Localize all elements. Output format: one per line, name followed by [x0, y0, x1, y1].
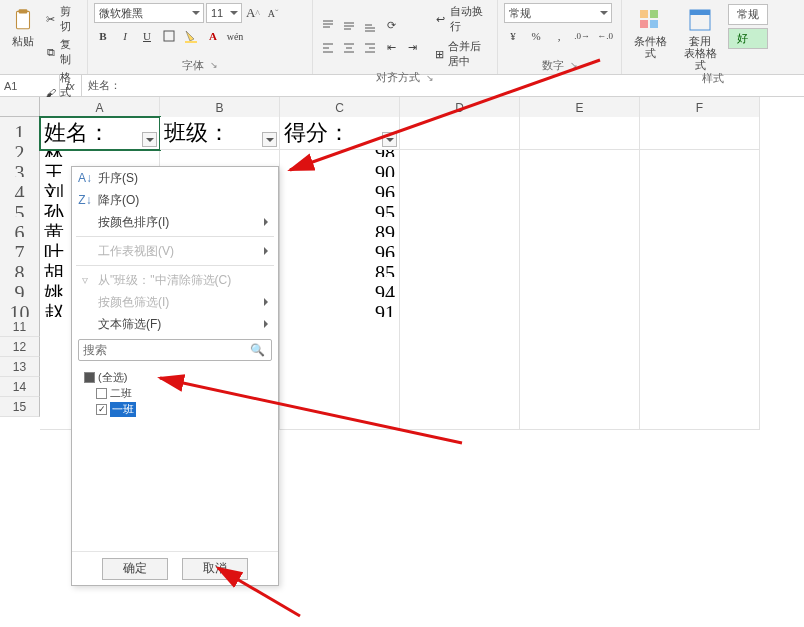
- cell[interactable]: [520, 397, 640, 430]
- copy-button[interactable]: ⧉ 复制: [42, 36, 81, 68]
- wrap-icon: ↩: [434, 12, 446, 26]
- copy-icon: ⧉: [45, 45, 56, 59]
- ribbon-group-clipboard: 粘贴 ✂ 剪切 ⧉ 复制 🖌 格式刷 剪贴板 ↘: [0, 0, 88, 74]
- checkbox-icon[interactable]: [96, 388, 107, 399]
- table-format-button[interactable]: 套用 表格格式: [678, 3, 722, 71]
- checkbox-checked-icon[interactable]: [96, 404, 107, 415]
- filter-search-box[interactable]: 🔍: [78, 339, 272, 361]
- column-header[interactable]: B: [160, 97, 280, 119]
- svg-rect-2: [164, 31, 174, 41]
- row-header[interactable]: 14: [0, 377, 40, 397]
- cancel-button[interactable]: 取消: [182, 558, 248, 580]
- cell[interactable]: [400, 117, 520, 150]
- filter-panel-buttons: 确定 取消: [72, 551, 278, 585]
- cell-style-good[interactable]: 好: [728, 28, 768, 49]
- font-family-combo[interactable]: 微软雅黑: [94, 3, 204, 23]
- svg-rect-1: [19, 9, 28, 13]
- increase-font-button[interactable]: A^: [244, 4, 262, 22]
- fill-color-button[interactable]: [182, 27, 200, 45]
- filter-dropdown-panel: A↓ 升序(S) Z↓ 降序(O) 按颜色排序(I) 工作表视图(V) ▿ 从"…: [71, 166, 279, 586]
- font-color-button[interactable]: A: [204, 27, 222, 45]
- ribbon: 粘贴 ✂ 剪切 ⧉ 复制 🖌 格式刷 剪贴板 ↘: [0, 0, 804, 75]
- cell[interactable]: 得分：: [280, 117, 400, 150]
- merge-icon: ⊞: [434, 47, 444, 61]
- comma-button[interactable]: ,: [550, 27, 568, 45]
- orientation-button[interactable]: ⟳: [382, 17, 400, 35]
- cond-format-button[interactable]: 条件格式: [628, 3, 672, 59]
- align-left-button[interactable]: [319, 39, 337, 57]
- sheet-view-item: 工作表视图(V): [72, 240, 278, 262]
- italic-button[interactable]: I: [116, 27, 134, 45]
- cell[interactable]: 姓名：: [40, 117, 160, 150]
- search-icon: 🔍: [250, 343, 265, 357]
- sort-asc-icon: A↓: [77, 170, 93, 186]
- column-header[interactable]: E: [520, 97, 640, 119]
- svg-rect-25: [650, 20, 658, 28]
- select-all-item[interactable]: (全选): [80, 369, 270, 385]
- filter-dropdown-button[interactable]: [382, 132, 397, 147]
- cell-style-normal[interactable]: 常规: [728, 4, 768, 25]
- filter-value-item[interactable]: 二班: [80, 385, 270, 401]
- increase-decimal-button[interactable]: .0→: [573, 27, 591, 45]
- align-center-button[interactable]: [340, 39, 358, 57]
- wrap-text-button[interactable]: ↩ 自动换行: [431, 3, 491, 35]
- filter-values-list[interactable]: (全选) 二班 一班: [78, 367, 272, 549]
- column-header[interactable]: A: [40, 97, 160, 119]
- number-launcher-icon[interactable]: ↘: [570, 60, 578, 70]
- align-launcher-icon[interactable]: ↘: [426, 73, 434, 83]
- sort-desc-item[interactable]: Z↓ 降序(O): [72, 189, 278, 211]
- align-top-button[interactable]: [319, 17, 337, 35]
- paste-button[interactable]: 粘贴: [6, 3, 40, 47]
- align-right-button[interactable]: [361, 39, 379, 57]
- sort-desc-icon: Z↓: [77, 192, 93, 208]
- border-button[interactable]: [160, 27, 178, 45]
- ribbon-group-font: 微软雅黑 11 A^ Aˇ B I U A: [88, 0, 313, 74]
- increase-indent-button[interactable]: ⇥: [403, 39, 421, 57]
- svg-rect-27: [690, 10, 710, 15]
- sort-by-color-item[interactable]: 按颜色排序(I): [72, 211, 278, 233]
- cell[interactable]: 班级：: [160, 117, 280, 150]
- column-header[interactable]: F: [640, 97, 760, 119]
- filter-dropdown-button[interactable]: [142, 132, 157, 147]
- filter-dropdown-button[interactable]: [262, 132, 277, 147]
- ribbon-group-alignment: ⟳ ⇤ ⇥ ↩ 自动换行 ⊞ 合并后居中: [313, 0, 498, 74]
- row-header[interactable]: 11: [0, 317, 40, 337]
- decrease-font-button[interactable]: Aˇ: [264, 4, 282, 22]
- menu-separator: [76, 236, 274, 237]
- percent-button[interactable]: %: [527, 27, 545, 45]
- column-header[interactable]: D: [400, 97, 520, 119]
- merge-center-button[interactable]: ⊞ 合并后居中: [431, 38, 491, 70]
- align-middle-button[interactable]: [340, 17, 358, 35]
- row-header[interactable]: 13: [0, 357, 40, 377]
- cell[interactable]: [640, 397, 760, 430]
- underline-button[interactable]: U: [138, 27, 156, 45]
- cut-button[interactable]: ✂ 剪切: [42, 3, 81, 35]
- row-header[interactable]: 12: [0, 337, 40, 357]
- sort-asc-item[interactable]: A↓ 升序(S): [72, 167, 278, 189]
- svg-rect-22: [640, 10, 648, 18]
- checkbox-mixed-icon[interactable]: [84, 372, 95, 383]
- clipboard-icon: [8, 5, 38, 35]
- cell[interactable]: [280, 397, 400, 430]
- ok-button[interactable]: 确定: [102, 558, 168, 580]
- filter-search-input[interactable]: [83, 343, 267, 357]
- number-format-combo[interactable]: 常规: [504, 3, 612, 23]
- filter-value-item[interactable]: 一班: [80, 401, 270, 417]
- cell[interactable]: [400, 397, 520, 430]
- font-launcher-icon[interactable]: ↘: [210, 60, 218, 70]
- select-all-corner[interactable]: [0, 97, 40, 117]
- decrease-indent-button[interactable]: ⇤: [382, 39, 400, 57]
- align-bottom-button[interactable]: [361, 17, 379, 35]
- accounting-button[interactable]: ¥: [504, 27, 522, 45]
- bold-button[interactable]: B: [94, 27, 112, 45]
- column-header[interactable]: C: [280, 97, 400, 119]
- text-filter-item[interactable]: 文本筛选(F): [72, 313, 278, 335]
- row-header[interactable]: 15: [0, 397, 40, 417]
- cell[interactable]: [520, 117, 640, 150]
- cell[interactable]: [640, 117, 760, 150]
- font-size-combo[interactable]: 11: [206, 3, 242, 23]
- clear-filter-item: ▿ 从"班级："中清除筛选(C): [72, 269, 278, 291]
- svg-rect-0: [17, 11, 30, 28]
- phonetic-button[interactable]: wén: [226, 27, 244, 45]
- decrease-decimal-button[interactable]: ←.0: [596, 27, 614, 45]
